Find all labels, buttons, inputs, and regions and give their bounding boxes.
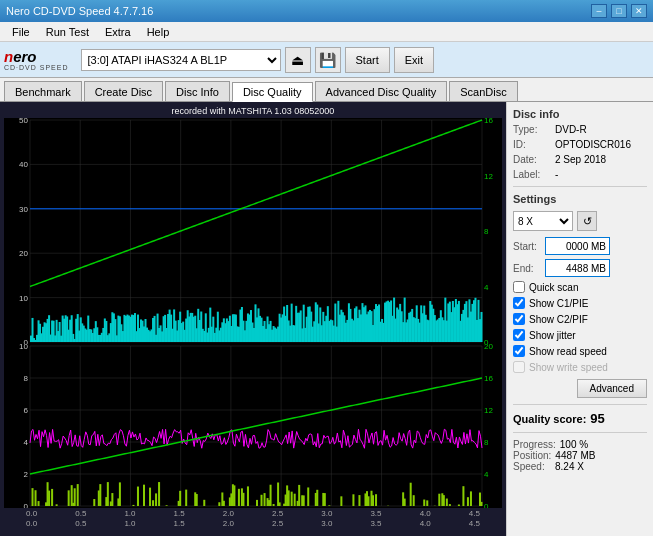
speed-value: 8.24 X (555, 461, 584, 472)
progress-row: Progress: 100 % (513, 439, 647, 450)
quick-scan-checkbox[interactable] (513, 281, 525, 293)
main-content: recorded with MATSHITA 1.03 08052000 0.0… (0, 102, 653, 536)
quick-scan-row: Quick scan (513, 281, 647, 293)
show-c2pif-row: Show C2/PIF (513, 313, 647, 325)
start-button[interactable]: Start (345, 47, 390, 73)
eject-icon[interactable]: ⏏ (285, 47, 311, 73)
settings-title: Settings (513, 193, 647, 205)
disc-date-value: 2 Sep 2018 (555, 154, 606, 165)
start-input[interactable] (545, 237, 610, 255)
bottom-chart (4, 344, 502, 508)
start-mb-row: Start: (513, 237, 647, 255)
top-chart-x-axis: 0.00.51.01.52.02.53.03.54.04.5 (4, 509, 502, 518)
settings-refresh-icon[interactable]: ↺ (577, 211, 597, 231)
separator-2 (513, 404, 647, 405)
speed-label: Speed: (513, 461, 551, 472)
disc-date-label: Date: (513, 154, 551, 165)
tab-scandisc[interactable]: ScanDisc (449, 81, 517, 101)
start-label: Start: (513, 241, 541, 252)
disc-date-row: Date: 2 Sep 2018 (513, 154, 647, 165)
toolbar: nero CD·DVD SPEED [3:0] ATAPI iHAS324 A … (0, 42, 653, 78)
disc-type-label: Type: (513, 124, 551, 135)
chart-panel: recorded with MATSHITA 1.03 08052000 0.0… (0, 102, 506, 536)
menu-extra[interactable]: Extra (97, 24, 139, 40)
disc-label-label: Label: (513, 169, 551, 180)
bottom-chart-x-axis: 0.00.51.01.52.02.53.03.54.04.5 (4, 519, 502, 528)
nero-logo: nero CD·DVD SPEED (4, 49, 69, 71)
top-chart (4, 118, 502, 344)
progress-section: Progress: 100 % Position: 4487 MB Speed:… (513, 439, 647, 472)
window-controls: – □ ✕ (591, 4, 647, 18)
position-value: 4487 MB (555, 450, 595, 461)
jitter-label: Show jitter (529, 330, 576, 341)
separator-3 (513, 432, 647, 433)
tab-benchmark[interactable]: Benchmark (4, 81, 82, 101)
show-jitter-row: Show jitter (513, 329, 647, 341)
quality-score-value: 95 (590, 411, 604, 426)
tab-advanced-disc-quality[interactable]: Advanced Disc Quality (315, 81, 448, 101)
drive-select[interactable]: [3:0] ATAPI iHAS324 A BL1P (81, 49, 281, 71)
write-speed-checkbox (513, 361, 525, 373)
speed-select[interactable]: 8 X (513, 211, 573, 231)
read-speed-checkbox[interactable] (513, 345, 525, 357)
c1pie-checkbox[interactable] (513, 297, 525, 309)
chart-title: recorded with MATSHITA 1.03 08052000 (4, 106, 502, 116)
show-c1pie-row: Show C1/PIE (513, 297, 647, 309)
speed-row: 8 X ↺ (513, 211, 647, 231)
save-icon[interactable]: 💾 (315, 47, 341, 73)
read-speed-label: Show read speed (529, 346, 607, 357)
disc-id-value: OPTODISCR016 (555, 139, 631, 150)
disc-info-title: Disc info (513, 108, 647, 120)
quality-score-label: Quality score: (513, 413, 586, 425)
speed-info-row: Speed: 8.24 X (513, 461, 647, 472)
show-read-speed-row: Show read speed (513, 345, 647, 357)
end-input[interactable] (545, 259, 610, 277)
disc-type-value: DVD-R (555, 124, 587, 135)
menu-file[interactable]: File (4, 24, 38, 40)
close-button[interactable]: ✕ (631, 4, 647, 18)
menu-bar: File Run Test Extra Help (0, 22, 653, 42)
separator-1 (513, 186, 647, 187)
progress-value: 100 % (560, 439, 588, 450)
position-row: Position: 4487 MB (513, 450, 647, 461)
tab-disc-info[interactable]: Disc Info (165, 81, 230, 101)
progress-label: Progress: (513, 439, 556, 450)
disc-id-label: ID: (513, 139, 551, 150)
menu-help[interactable]: Help (139, 24, 178, 40)
title-bar: Nero CD-DVD Speed 4.7.7.16 – □ ✕ (0, 0, 653, 22)
info-panel: Disc info Type: DVD-R ID: OPTODISCR016 D… (506, 102, 653, 536)
end-mb-row: End: (513, 259, 647, 277)
quick-scan-label: Quick scan (529, 282, 578, 293)
c1pie-label: Show C1/PIE (529, 298, 588, 309)
quality-score-row: Quality score: 95 (513, 411, 647, 426)
tab-bar: Benchmark Create Disc Disc Info Disc Qua… (0, 78, 653, 102)
c2pif-checkbox[interactable] (513, 313, 525, 325)
write-speed-label: Show write speed (529, 362, 608, 373)
jitter-checkbox[interactable] (513, 329, 525, 341)
show-write-speed-row: Show write speed (513, 361, 647, 373)
maximize-button[interactable]: □ (611, 4, 627, 18)
end-label: End: (513, 263, 541, 274)
tab-create-disc[interactable]: Create Disc (84, 81, 163, 101)
minimize-button[interactable]: – (591, 4, 607, 18)
disc-label-value: - (555, 169, 558, 180)
menu-run-test[interactable]: Run Test (38, 24, 97, 40)
disc-type-row: Type: DVD-R (513, 124, 647, 135)
advanced-button[interactable]: Advanced (577, 379, 647, 398)
tab-disc-quality[interactable]: Disc Quality (232, 82, 313, 102)
disc-id-row: ID: OPTODISCR016 (513, 139, 647, 150)
exit-button[interactable]: Exit (394, 47, 434, 73)
title-text: Nero CD-DVD Speed 4.7.7.16 (6, 5, 153, 17)
disc-label-row: Label: - (513, 169, 647, 180)
position-label: Position: (513, 450, 551, 461)
c2pif-label: Show C2/PIF (529, 314, 588, 325)
